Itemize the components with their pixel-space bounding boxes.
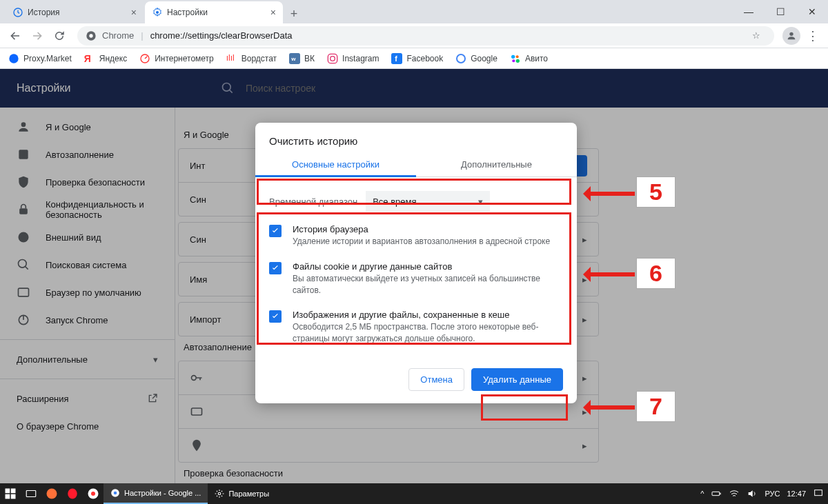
svg-point-13 xyxy=(457,54,465,63)
notifications-icon[interactable] xyxy=(813,488,824,499)
svg-rect-41 xyxy=(720,493,721,495)
svg-rect-30 xyxy=(6,494,10,499)
instagram-icon xyxy=(327,53,338,64)
tab-strip: История × Настройки × + — ☐ ✕ xyxy=(0,0,828,23)
maximize-button[interactable]: ☐ xyxy=(765,1,796,23)
tab-label: Настройки xyxy=(167,8,208,17)
cancel-button[interactable]: Отмена xyxy=(408,368,464,391)
svg-point-38 xyxy=(114,492,117,495)
tab-label: История xyxy=(28,8,60,17)
svg-text:w: w xyxy=(290,56,296,62)
windows-taskbar: Настройки - Google ... Параметры ^ РУС 1… xyxy=(0,483,828,504)
profile-button[interactable] xyxy=(782,27,800,45)
url-text: chrome://settings/clearBrowserData xyxy=(150,30,293,41)
annotation-number-7: 7 xyxy=(636,391,676,422)
svg-point-36 xyxy=(91,492,95,496)
volume-icon[interactable] xyxy=(747,488,758,499)
speedometer-icon xyxy=(139,53,150,64)
avito-icon xyxy=(510,53,521,64)
facebook-icon: f xyxy=(391,53,402,64)
back-button[interactable] xyxy=(6,26,25,46)
svg-rect-31 xyxy=(11,494,16,499)
svg-rect-28 xyxy=(6,489,10,494)
url-scheme: Chrome xyxy=(102,30,134,41)
start-button[interactable] xyxy=(0,483,21,504)
annotation-number-5: 5 xyxy=(636,177,676,208)
annotation-arrow xyxy=(585,272,635,276)
firefox-icon[interactable] xyxy=(41,483,62,504)
history-icon xyxy=(12,7,23,18)
svg-point-34 xyxy=(68,489,77,499)
chrome-icon xyxy=(110,488,120,498)
bookmark-item[interactable]: fFacebook xyxy=(391,53,443,64)
svg-point-15 xyxy=(516,55,519,58)
tray-chevron-icon[interactable]: ^ xyxy=(700,490,704,498)
bookmark-item[interactable]: Интернетометр xyxy=(139,53,214,64)
bookmark-star-icon[interactable]: ☆ xyxy=(747,26,766,46)
svg-point-4 xyxy=(789,32,793,35)
annotation-box-6 xyxy=(257,212,571,345)
svg-point-33 xyxy=(47,489,57,499)
bookmark-item[interactable]: ılılВордстат xyxy=(226,53,277,64)
svg-text:f: f xyxy=(395,54,398,63)
wordstat-icon: ılıl xyxy=(226,53,237,64)
svg-point-10 xyxy=(331,56,335,61)
taskbar-params[interactable]: Параметры xyxy=(208,483,276,504)
svg-point-14 xyxy=(511,54,515,58)
dialog-title: Очистить историю xyxy=(255,123,577,152)
tab-basic[interactable]: Основные настройки xyxy=(255,152,416,177)
svg-point-16 xyxy=(512,59,515,62)
annotation-box-7 xyxy=(481,394,568,421)
svg-rect-32 xyxy=(26,491,36,497)
tab-history[interactable]: История × xyxy=(6,1,144,23)
tab-advanced[interactable]: Дополнительные xyxy=(416,152,577,177)
svg-point-3 xyxy=(89,34,92,37)
annotation-arrow xyxy=(585,192,635,196)
chrome-icon xyxy=(86,30,97,41)
bookmark-item[interactable]: wВК xyxy=(289,53,315,64)
yandex-browser-icon[interactable] xyxy=(83,483,103,504)
minimize-button[interactable]: — xyxy=(733,1,765,23)
annotation-number-6: 6 xyxy=(636,258,676,289)
new-tab-button[interactable]: + xyxy=(284,4,304,23)
svg-point-1 xyxy=(156,11,159,14)
gear-icon xyxy=(152,7,163,18)
bookmark-item[interactable]: Proxy.Market xyxy=(8,53,72,64)
yandex-icon: Я xyxy=(84,53,95,64)
annotation-arrow xyxy=(585,405,635,410)
bookmark-item[interactable]: Google xyxy=(455,53,497,64)
close-icon[interactable]: × xyxy=(270,7,276,18)
clear-data-button[interactable]: Удалить данные xyxy=(471,368,563,391)
svg-rect-42 xyxy=(815,490,822,496)
address-bar[interactable]: Chrome | chrome://settings/clearBrowserD… xyxy=(77,26,774,46)
svg-rect-9 xyxy=(328,54,337,63)
taskbar-active-window[interactable]: Настройки - Google ... xyxy=(103,483,208,504)
svg-point-17 xyxy=(516,59,520,62)
svg-rect-40 xyxy=(712,492,720,495)
svg-rect-29 xyxy=(11,489,16,494)
toolbar: Chrome | chrome://settings/clearBrowserD… xyxy=(0,23,828,48)
bookmark-item[interactable]: Instagram xyxy=(327,53,379,64)
opera-icon[interactable] xyxy=(62,483,83,504)
tray-clock[interactable]: 12:47 xyxy=(787,490,806,498)
gear-icon xyxy=(215,489,224,498)
battery-icon[interactable] xyxy=(711,488,722,499)
svg-point-39 xyxy=(219,492,221,495)
bookmark-item[interactable]: Авито xyxy=(510,53,548,64)
tab-settings[interactable]: Настройки × xyxy=(145,1,283,23)
svg-point-5 xyxy=(9,54,18,63)
close-window-button[interactable]: ✕ xyxy=(796,1,828,23)
forward-button[interactable] xyxy=(28,26,47,46)
reload-button[interactable] xyxy=(50,26,69,46)
proxy-icon xyxy=(8,53,19,64)
vk-icon: w xyxy=(289,53,300,64)
google-icon xyxy=(455,53,466,64)
menu-button[interactable]: ⋮ xyxy=(803,26,822,46)
bookmark-item[interactable]: ЯЯндекс xyxy=(84,53,127,64)
taskview-button[interactable] xyxy=(21,483,41,504)
bookmarks-bar: Proxy.Market ЯЯндекс Интернетометр ılılВ… xyxy=(0,48,828,69)
tray-language[interactable]: РУС xyxy=(765,490,780,498)
wifi-icon[interactable] xyxy=(729,488,740,499)
close-icon[interactable]: × xyxy=(131,7,137,18)
annotation-box-5 xyxy=(257,179,571,205)
